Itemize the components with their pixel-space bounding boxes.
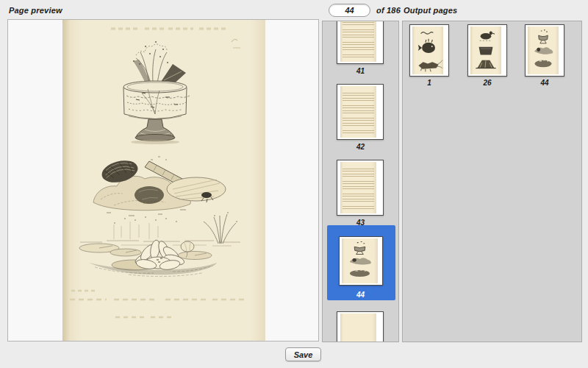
plate-44-art [528, 26, 559, 74]
page-preview-image [62, 20, 265, 341]
thumb-page-image [412, 26, 443, 74]
filmstrip-thumb-45[interactable] [337, 311, 384, 342]
filmstrip-thumb-label: 44 [323, 291, 398, 299]
save-button[interactable]: Save [285, 347, 321, 361]
thumb-page-image [342, 238, 378, 283]
page-number-input[interactable] [329, 4, 370, 17]
thumb-page-image [528, 26, 559, 74]
output-thumb-1[interactable] [409, 24, 449, 77]
page-engravings-art [62, 20, 265, 341]
filmstrip-thumb-label: 41 [323, 67, 398, 75]
app-window: { "preview": { "label": "Page preview" }… [0, 0, 588, 368]
thumb-page-image [470, 26, 501, 74]
output-panel: 1 26 [402, 21, 582, 342]
filmstrip-thumb-43[interactable] [337, 160, 384, 216]
plate-44-art [342, 238, 378, 283]
thumb-page-image [340, 314, 376, 342]
output-thumb-label: 26 [467, 79, 507, 87]
thumb-page-image [340, 21, 376, 62]
page-preview-label: Page preview [9, 6, 62, 15]
output-thumb-label: 44 [525, 79, 564, 87]
output-thumb-label: 1 [409, 79, 449, 87]
filmstrip-thumb-label: 42 [323, 143, 398, 151]
page-count-label: of 186 [376, 6, 401, 15]
filmstrip-thumb-41[interactable] [337, 21, 384, 64]
output-thumb-44[interactable] [525, 24, 564, 77]
thumb-page-image [340, 162, 376, 213]
filmstrip-thumb-44[interactable] [339, 236, 383, 286]
output-pages-label: Output pages [404, 6, 457, 15]
filmstrip-thumb-42[interactable] [337, 84, 384, 140]
plate-26-art [470, 26, 501, 74]
filmstrip[interactable]: 41 42 43 44 [322, 21, 399, 342]
preview-panel [7, 19, 319, 342]
output-thumb-26[interactable] [467, 24, 507, 77]
plate-1-art [412, 26, 443, 74]
thumb-page-image [340, 86, 376, 138]
